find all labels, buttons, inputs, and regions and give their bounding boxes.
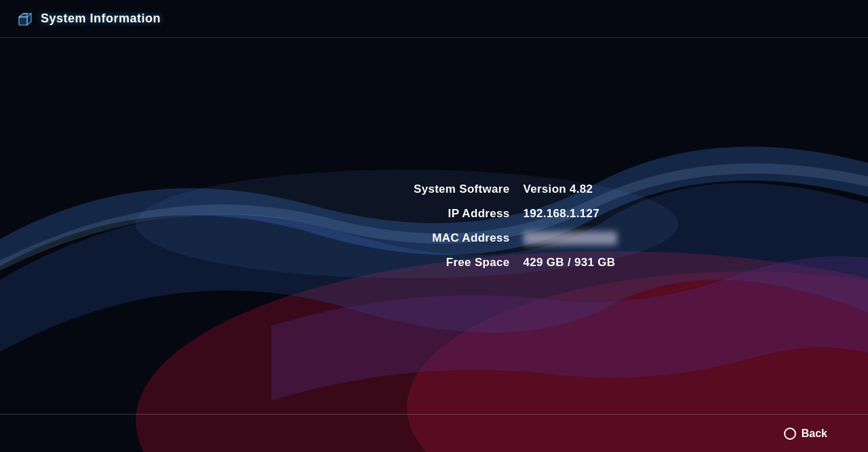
back-label: Back <box>802 428 827 440</box>
page-title: System Information <box>41 12 161 26</box>
circle-icon <box>784 428 796 440</box>
back-button[interactable]: Back <box>784 428 827 440</box>
system-icon <box>14 9 34 29</box>
footer: Back <box>0 414 868 452</box>
table-row: MAC Address██ ████ ██ ██ <box>414 226 617 250</box>
label-ip_address: IP Address <box>414 202 524 226</box>
value-ip_address: 192.168.1.127 <box>523 202 617 226</box>
table-row: IP Address192.168.1.127 <box>414 202 617 226</box>
svg-marker-5 <box>19 14 27 17</box>
label-free_space: Free Space <box>414 250 524 275</box>
label-mac_address: MAC Address <box>414 226 524 250</box>
svg-marker-6 <box>27 14 31 25</box>
header: System Information <box>0 0 868 38</box>
info-table: System SoftwareVersion 4.82IP Address192… <box>414 177 617 275</box>
table-row: System SoftwareVersion 4.82 <box>414 177 617 202</box>
svg-rect-4 <box>19 17 27 25</box>
info-panel: System SoftwareVersion 4.82IP Address192… <box>414 177 617 275</box>
label-system_software: System Software <box>414 177 524 202</box>
value-system_software: Version 4.82 <box>523 177 617 202</box>
value-free_space: 429 GB / 931 GB <box>523 250 617 275</box>
table-row: Free Space429 GB / 931 GB <box>414 250 617 275</box>
value-mac_address: ██ ████ ██ ██ <box>523 226 617 250</box>
